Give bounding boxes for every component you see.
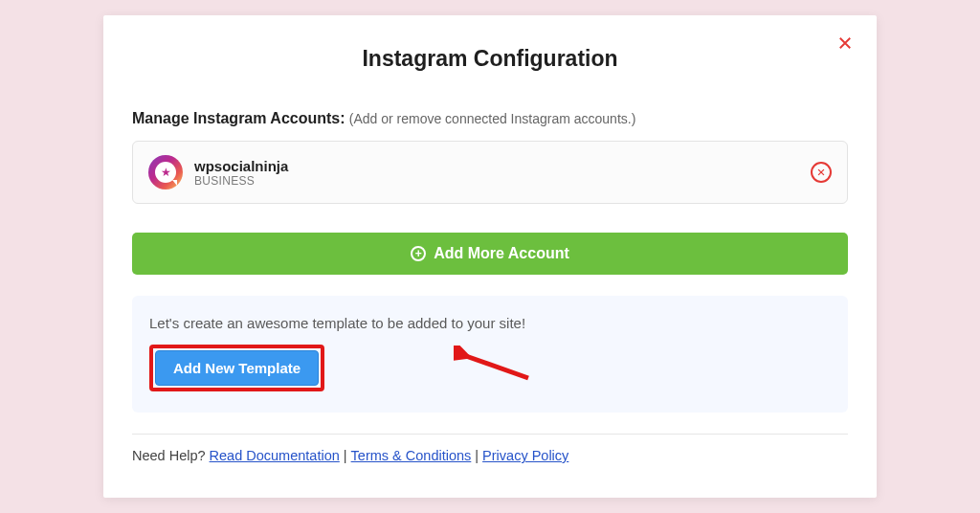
help-footer: Need Help? Read Documentation | Terms & … — [132, 434, 848, 463]
modal-title: Instagram Configuration — [132, 46, 848, 72]
close-icon — [836, 34, 854, 52]
privacy-link[interactable]: Privacy Policy — [482, 448, 568, 463]
manage-accounts-title: Manage Instagram Accounts: — [132, 110, 345, 126]
add-more-label: Add More Account — [434, 245, 569, 262]
add-new-template-button[interactable]: Add New Template — [155, 350, 319, 386]
remove-icon — [816, 167, 826, 177]
manage-accounts-label: Manage Instagram Accounts: (Add or remov… — [132, 110, 848, 127]
add-more-account-button[interactable]: + Add More Account — [132, 233, 848, 275]
account-type: BUSINESS — [194, 174, 288, 188]
star-icon: ★ — [161, 167, 171, 178]
account-avatar: ★ — [148, 155, 183, 190]
terms-link[interactable]: Terms & Conditions — [351, 448, 472, 463]
connected-account-card: ★ wpsocialninja BUSINESS — [132, 141, 848, 204]
read-documentation-link[interactable]: Read Documentation — [210, 448, 340, 463]
close-button[interactable] — [835, 33, 856, 54]
template-prompt-card: Let's create an awesome template to be a… — [132, 296, 848, 413]
separator: | — [475, 448, 479, 463]
separator: | — [344, 448, 347, 463]
account-name: wpsocialninja — [194, 158, 288, 174]
template-prompt-text: Let's create an awesome template to be a… — [149, 315, 831, 331]
add-template-highlight: Add New Template — [149, 345, 324, 391]
avatar-bubble-icon: ★ — [155, 162, 176, 183]
manage-accounts-hint: (Add or remove connected Instagram accou… — [349, 111, 636, 126]
account-info: wpsocialninja BUSINESS — [194, 158, 288, 188]
plus-circle-icon: + — [411, 246, 426, 261]
annotation-arrow-icon — [454, 346, 530, 384]
remove-account-button[interactable] — [811, 162, 832, 183]
need-help-label: Need Help? — [132, 448, 206, 463]
instagram-config-modal: Instagram Configuration Manage Instagram… — [103, 15, 877, 498]
